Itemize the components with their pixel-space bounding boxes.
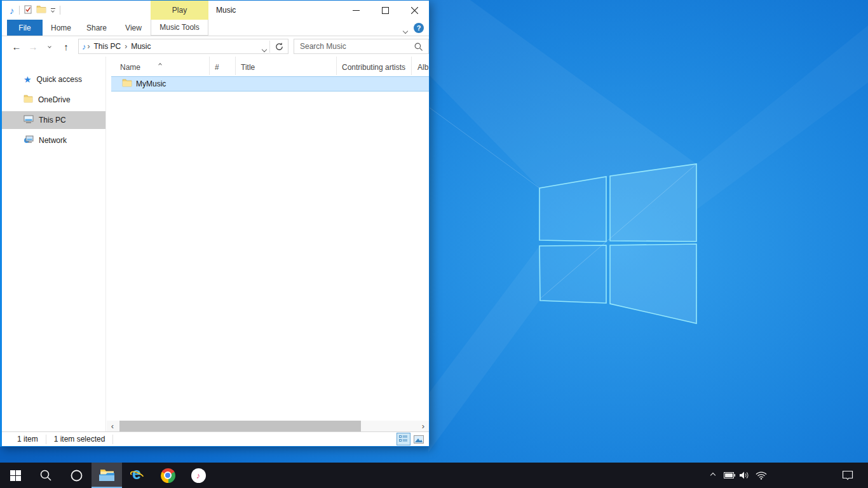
column-headers: Name # Title Contributing artists Alb [107,57,429,75]
music-note-icon: ♪ [10,6,15,15]
navigation-pane: ★ Quick access OneDrive This PC Network [2,57,106,431]
horizontal-scrollbar[interactable]: ‹ › [107,421,429,431]
column-label: Title [241,63,255,72]
item-count: 1 item [2,435,46,444]
sidebar-item-this-pc[interactable]: This PC [2,111,105,129]
main-content: ★ Quick access OneDrive This PC Network [2,57,429,431]
action-center-icon [842,470,853,480]
column-header-number[interactable]: # [210,57,236,75]
ribbon-contextual-header-play[interactable]: Play [151,1,208,20]
tab-home[interactable]: Home [46,20,76,36]
folder-icon [122,79,132,89]
column-header-title[interactable]: Title [236,57,337,75]
address-bar-row: ← → ↑ ♪ › This PC › Music [2,36,429,57]
window-title: Music [216,6,236,15]
sidebar-item-label: OneDrive [38,95,71,104]
explorer-window: ♪ Play Music [0,0,430,447]
help-icon[interactable]: ? [414,23,424,33]
hidden-icons-chevron-icon[interactable] [705,463,721,488]
tab-music-tools[interactable]: Music Tools [151,20,208,36]
minimize-button[interactable] [341,1,370,20]
back-button[interactable]: ← [8,38,25,55]
quick-access-star-icon: ★ [24,75,32,84]
new-folder-icon[interactable] [36,5,46,15]
battery-icon[interactable] [722,463,737,488]
divider [60,6,60,15]
windows-logo-icon [10,470,21,481]
cortana-circle-icon [71,470,83,482]
quick-access-toolbar: ♪ [10,4,60,17]
search-icon [39,469,52,482]
breadcrumb-chevron-icon: › [86,42,92,51]
internet-explorer-icon: e [129,467,146,484]
search-icon[interactable] [414,43,423,53]
file-list-pane: Name # Title Contributing artists Alb [107,57,429,431]
file-explorer-icon [99,469,114,481]
column-label: # [215,63,219,72]
column-header-contributing-artists[interactable]: Contributing artists [337,57,412,75]
action-center-button[interactable] [832,463,863,488]
view-switcher [397,433,426,445]
ribbon-tab-row: File Home Share View Music Tools ? [2,20,429,36]
scrollbar-track[interactable] [118,421,417,431]
forward-button[interactable]: → [25,38,41,55]
up-button[interactable]: ↑ [58,38,74,55]
scroll-left-arrow-icon[interactable]: ‹ [107,421,118,431]
expand-ribbon-chevron-icon[interactable] [403,26,407,35]
divider [269,41,270,53]
maximize-button[interactable] [370,1,400,20]
sidebar-item-quick-access[interactable]: ★ Quick access [2,71,105,88]
breadcrumb-this-pc[interactable]: This PC [92,42,124,51]
large-icons-view-button[interactable] [412,433,426,445]
sidebar-item-network[interactable]: Network [2,132,105,149]
column-label: Contributing artists [342,63,405,72]
breadcrumb-music[interactable]: Music [128,42,153,51]
taskbar: e ♪ [0,463,868,488]
close-button[interactable] [400,1,429,20]
search-input[interactable] [294,39,428,53]
cortana-button[interactable] [61,463,92,488]
sort-ascending-chevron-icon [159,59,161,68]
tab-view[interactable]: View [118,20,149,36]
column-header-name[interactable]: Name [107,57,210,75]
title-bar: ♪ Play Music [2,1,429,20]
column-header-album[interactable]: Alb [412,57,429,75]
taskbar-search-button[interactable] [31,463,61,488]
customize-qat-chevron-icon[interactable] [51,8,55,12]
properties-icon[interactable] [24,5,32,16]
sidebar-item-label: Network [39,136,67,145]
this-pc-monitor-icon [24,115,34,125]
recent-locations-chevron-icon[interactable] [41,38,58,55]
onedrive-folder-icon [24,95,33,105]
scrollbar-thumb[interactable] [119,421,361,431]
taskbar-file-explorer-button[interactable] [92,463,122,488]
search-box [294,39,429,54]
status-bar: 1 item 1 item selected [2,431,429,446]
itunes-icon: ♪ [191,468,206,483]
network-icon [24,135,34,146]
taskbar-chrome-button[interactable] [153,463,183,488]
file-row-mymusic[interactable]: MyMusic [111,76,429,92]
divider [19,6,20,15]
sidebar-item-label: This PC [39,116,66,125]
tab-file[interactable]: File [7,20,43,36]
scroll-right-arrow-icon[interactable]: › [417,421,429,431]
address-bar[interactable]: ♪ › This PC › Music [78,39,288,54]
file-name: MyMusic [136,79,166,88]
taskbar-internet-explorer-button[interactable]: e [122,463,153,488]
taskbar-itunes-button[interactable]: ♪ [183,463,214,488]
refresh-icon[interactable] [275,42,284,53]
selection-count: 1 item selected [46,435,114,444]
details-view-button[interactable] [397,433,410,445]
sidebar-item-onedrive[interactable]: OneDrive [2,91,105,109]
address-dropdown-chevron-icon[interactable] [262,44,266,53]
breadcrumb-chevron-icon: › [123,42,128,51]
tab-share[interactable]: Share [79,20,114,36]
start-button[interactable] [0,463,31,488]
column-label: Name [120,63,140,72]
chrome-icon [161,468,175,483]
column-label: Alb [417,63,428,72]
volume-icon[interactable] [737,463,752,488]
sidebar-item-label: Quick access [37,75,82,84]
wifi-icon[interactable] [754,463,769,488]
